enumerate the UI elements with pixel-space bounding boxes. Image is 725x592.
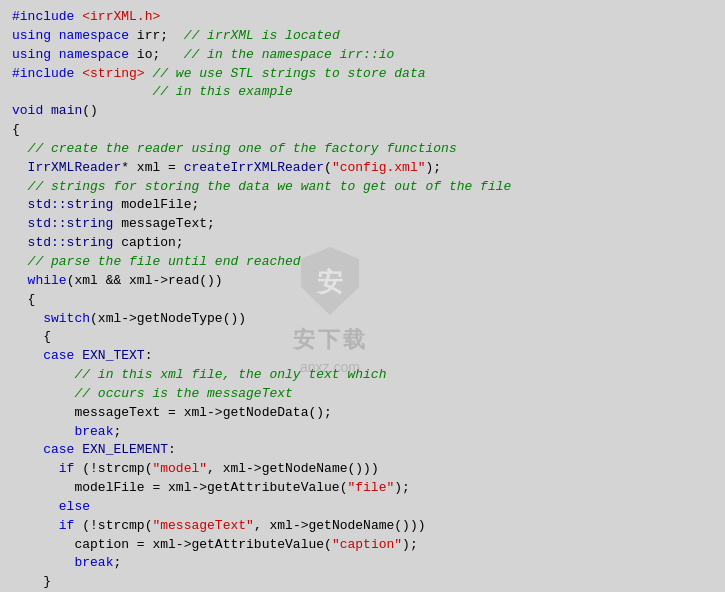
code-line-15: std::string messageText; — [12, 215, 713, 234]
code-line-24: case EXN_TEXT: — [12, 347, 713, 366]
code-line-33: if (!strcmp("messageText", xml->getNodeN… — [12, 517, 713, 536]
code-line-10: // create the reader using one of the fa… — [12, 140, 713, 159]
code-line-1: #include <irrXML.h> — [12, 8, 713, 27]
code-line-11: IrrXMLReader* xml = createIrrXMLReader("… — [12, 159, 713, 178]
code-line-29: case EXN_ELEMENT: — [12, 441, 713, 460]
code-line-16: std::string caption; — [12, 234, 713, 253]
code-line-30: if (!strcmp("model", xml->getNodeName())… — [12, 460, 713, 479]
code-line-25: // in this xml file, the only text which — [12, 366, 713, 385]
code-line-8: void main() — [12, 102, 713, 121]
code-container: #include <irrXML.h> using namespace irr;… — [0, 0, 725, 592]
code-line-3: using namespace io; // in the namespace … — [12, 46, 713, 65]
code-line-23: { — [12, 328, 713, 347]
code-line-18: // parse the file until end reached — [12, 253, 713, 272]
code-line-20: while(xml && xml->read()) — [12, 272, 713, 291]
code-line-28: break; — [12, 423, 713, 442]
code-line-14: std::string modelFile; — [12, 196, 713, 215]
code-line-36: } — [12, 573, 713, 592]
code-line-2: using namespace irr; // irrXML is locate… — [12, 27, 713, 46]
code-line-32: else — [12, 498, 713, 517]
code-line-13: // strings for storing the data we want … — [12, 178, 713, 197]
code-line-27: messageText = xml->getNodeData(); — [12, 404, 713, 423]
code-line-34: caption = xml->getAttributeValue("captio… — [12, 536, 713, 555]
code-line-9: { — [12, 121, 713, 140]
code-line-31: modelFile = xml->getAttributeValue("file… — [12, 479, 713, 498]
code-line-6: // in this example — [12, 83, 713, 102]
code-line-5: #include <string> // we use STL strings … — [12, 65, 713, 84]
code-line-35: break; — [12, 554, 713, 573]
code-line-21: { — [12, 291, 713, 310]
code-line-22: switch(xml->getNodeType()) — [12, 310, 713, 329]
code-line-26: // occurs is the messageText — [12, 385, 713, 404]
